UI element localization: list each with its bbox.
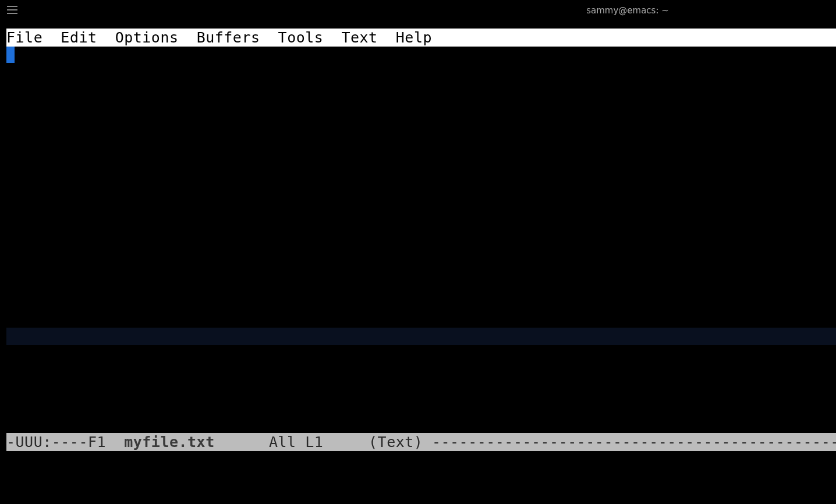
window-title: sammy@emacs: ~ <box>586 5 669 16</box>
menu-help[interactable]: Help <box>396 29 432 46</box>
highlight-line <box>6 328 836 345</box>
mode-line-prefix: -UUU:----F1 <box>6 434 124 450</box>
menu-tools[interactable]: Tools <box>278 29 324 46</box>
menu-options[interactable]: Options <box>115 29 179 46</box>
editor-buffer-area[interactable] <box>6 47 836 346</box>
menu-text[interactable]: Text <box>341 29 377 46</box>
mode-line-status: All L1 (Text) <box>215 434 432 450</box>
mode-line-dashes: ----------------------------------------… <box>432 434 836 450</box>
emacs-window: File Edit Options Buffers Tools Text Hel… <box>6 29 836 504</box>
hamburger-menu-icon[interactable] <box>7 6 17 14</box>
menu-edit[interactable]: Edit <box>61 29 97 46</box>
minibuffer[interactable] <box>6 451 836 503</box>
menu-file[interactable]: File <box>6 29 42 46</box>
menu-buffers[interactable]: Buffers <box>197 29 260 46</box>
window-titlebar: sammy@emacs: ~ <box>0 0 836 21</box>
menu-bar: File Edit Options Buffers Tools Text Hel… <box>6 29 836 47</box>
mode-line-buffer-name: myfile.txt <box>124 434 215 450</box>
mode-line[interactable]: -UUU:----F1 myfile.txt All L1 (Text) ---… <box>6 433 836 451</box>
text-cursor <box>6 47 15 63</box>
